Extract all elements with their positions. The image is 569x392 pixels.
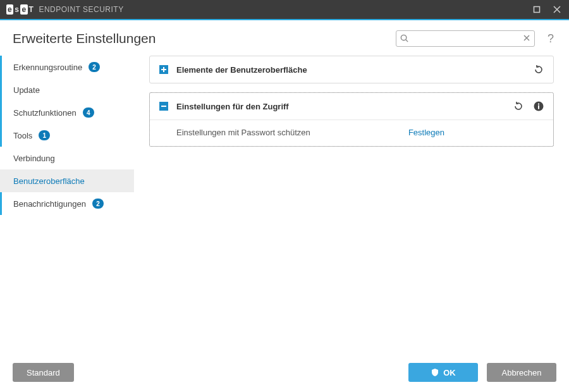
panel-header[interactable]: Elemente der Benutzeroberfläche	[150, 56, 553, 83]
sidebar-item-label: Update	[13, 85, 40, 95]
default-button[interactable]: Standard	[13, 363, 74, 382]
clear-search-icon[interactable]	[522, 34, 531, 42]
title-bar: eseT ENDPOINT SECURITY	[0, 0, 569, 19]
sidebar-item-label: Benutzeroberfläche	[13, 176, 85, 186]
sidebar-item-label: Schutzfunktionen	[13, 108, 76, 118]
sidebar: Erkennungsroutine 2 Update Schutzfunktio…	[0, 52, 134, 355]
sidebar-item-update[interactable]: Update	[0, 78, 134, 101]
svg-rect-6	[161, 106, 166, 107]
sidebar-item-detection[interactable]: Erkennungsroutine 2	[0, 56, 134, 78]
panel-row-password-protect: Einstellungen mit Passwort schützen Fest…	[150, 119, 553, 146]
sidebar-item-notifications[interactable]: Benachrichtigungen 2	[0, 192, 134, 215]
panel-title: Einstellungen für den Zugriff	[176, 102, 289, 111]
search-input[interactable]	[396, 30, 535, 47]
sidebar-badge: 2	[92, 199, 104, 209]
window-maximize-icon[interactable]	[532, 5, 541, 14]
sidebar-item-protection[interactable]: Schutzfunktionen 4	[0, 101, 134, 124]
svg-rect-9	[538, 104, 539, 105]
page-title: Erweiterte Einstellungen	[13, 31, 156, 46]
panel-ui-elements: Elemente der Benutzeroberfläche	[149, 56, 554, 83]
sidebar-item-label: Tools	[13, 131, 32, 140]
content-area: Elemente der Benutzeroberfläche Einstell…	[134, 52, 569, 355]
expand-icon	[159, 64, 169, 75]
sidebar-item-ui[interactable]: Benutzeroberfläche	[0, 169, 134, 192]
collapse-icon	[159, 101, 169, 111]
info-icon[interactable]	[533, 101, 544, 112]
ok-button[interactable]: OK	[408, 363, 478, 382]
product-name: ENDPOINT SECURITY	[39, 5, 123, 14]
panel-access-settings: Einstellungen für den Zugriff Einstellun…	[149, 92, 554, 147]
sidebar-item-label: Verbindung	[13, 154, 55, 163]
cancel-button[interactable]: Abbrechen	[487, 363, 556, 382]
help-button[interactable]: ?	[545, 32, 556, 46]
svg-rect-4	[163, 67, 164, 72]
footer: Standard OK Abbrechen	[0, 355, 569, 389]
sidebar-badge: 1	[39, 130, 50, 140]
revert-icon[interactable]	[513, 101, 524, 112]
panel-title: Elemente der Benutzeroberfläche	[176, 65, 307, 75]
header: Erweiterte Einstellungen ?	[0, 20, 569, 52]
sidebar-item-tools[interactable]: Tools 1	[0, 124, 134, 147]
sidebar-badge: 4	[83, 107, 94, 118]
brand-logo: eseT	[6, 4, 35, 15]
sidebar-badge: 2	[89, 62, 100, 72]
panel-header[interactable]: Einstellungen für den Zugriff	[150, 93, 553, 119]
svg-rect-8	[538, 106, 539, 109]
set-password-link[interactable]: Festlegen	[408, 128, 444, 137]
shield-icon	[431, 368, 439, 377]
row-label: Einstellungen mit Passwort schützen	[176, 128, 310, 137]
sidebar-item-connection[interactable]: Verbindung	[0, 147, 134, 169]
window-close-icon[interactable]	[553, 5, 561, 14]
search-icon	[400, 34, 409, 43]
svg-rect-0	[534, 7, 540, 13]
brand: eseT ENDPOINT SECURITY	[6, 4, 124, 15]
search-field[interactable]	[396, 30, 535, 47]
svg-point-1	[401, 35, 406, 40]
sidebar-item-label: Erkennungsroutine	[13, 63, 82, 72]
revert-icon[interactable]	[533, 64, 544, 75]
sidebar-item-label: Benachrichtigungen	[13, 199, 86, 209]
